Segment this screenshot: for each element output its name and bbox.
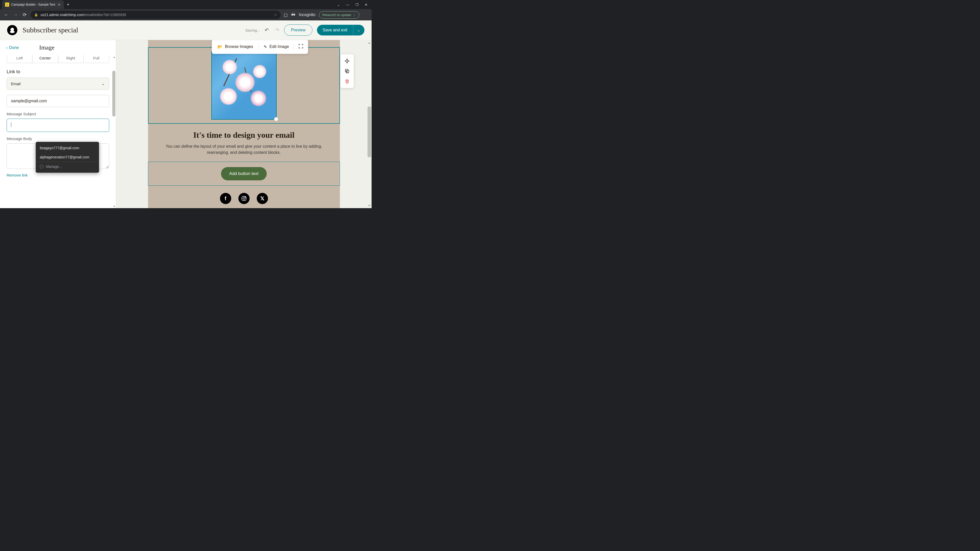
image-container[interactable]	[211, 51, 277, 120]
canvas-area: ▴ 📂 Browse Images ✎ Edit Image	[116, 40, 372, 208]
more-icon: ⋮	[353, 13, 356, 17]
saving-status: Saving...	[245, 28, 260, 32]
cherry-blossom-image	[212, 52, 276, 119]
autocomplete-item[interactable]: bsagayo777@gmail.com	[36, 143, 99, 152]
scroll-up-icon[interactable]: ▴	[114, 56, 115, 59]
url-host: us21.admin.mailchimp.com	[41, 13, 84, 17]
svg-rect-2	[346, 70, 348, 73]
sidebar-title: Image	[39, 44, 55, 51]
app-header: Subbscriber special Saving... ↶ ↷ Previe…	[0, 21, 372, 40]
mailchimp-logo[interactable]	[7, 25, 18, 35]
relaunch-button[interactable]: Relaunch to update ⋮	[319, 11, 360, 19]
svg-point-1	[10, 30, 15, 33]
chevron-left-icon: ‹	[6, 45, 7, 50]
incognito-icon[interactable]: 🕶	[291, 13, 295, 17]
address-bar: ← → ⟳ 🔒 us21.admin.mailchimp.com/email/e…	[0, 9, 372, 21]
facebook-icon[interactable]: f	[220, 193, 231, 204]
forward-button[interactable]: →	[12, 12, 18, 17]
fullscreen-button[interactable]	[295, 41, 307, 52]
alignment-tabs: Left Center Right Full	[6, 55, 109, 63]
delete-block-button[interactable]	[342, 77, 352, 86]
url-bar[interactable]: 🔒 us21.admin.mailchimp.com/email/editor?…	[30, 11, 281, 19]
folder-icon: 📂	[218, 44, 223, 49]
tab-search-icon[interactable]: ⌄	[337, 3, 340, 6]
resize-handle[interactable]	[274, 117, 278, 121]
new-tab-button[interactable]: +	[67, 2, 70, 7]
minimize-button[interactable]: —	[346, 3, 349, 6]
sidebar-scrollbar[interactable]	[112, 71, 115, 117]
bookmark-icon[interactable]: ☆	[274, 13, 277, 17]
save-and-exit-button[interactable]: Save and exit	[317, 25, 353, 35]
duplicate-block-button[interactable]	[342, 67, 352, 76]
social-icons-row: f 𝕏	[148, 193, 340, 204]
redo-button[interactable]: ↷	[275, 27, 280, 33]
align-center-tab[interactable]: Center	[32, 55, 58, 63]
email-heading[interactable]: It's time to design your email	[148, 130, 340, 140]
undo-button[interactable]: ↶	[265, 27, 269, 33]
remove-link-button[interactable]: Remove link	[6, 173, 109, 177]
align-right-tab[interactable]: Right	[58, 55, 84, 63]
url-path: /email/editor?id=12665935	[84, 13, 126, 17]
campaign-name[interactable]: Subbscriber special	[22, 26, 78, 34]
restore-button[interactable]: ❐	[355, 3, 359, 6]
image-toolbar: 📂 Browse Images ✎ Edit Image	[212, 40, 308, 54]
autocomplete-dropdown: bsagayo777@gmail.com alphageneration77@g…	[36, 142, 99, 173]
tab-title: Campaign Builder - Sample Tem	[11, 3, 56, 6]
x-twitter-icon[interactable]: 𝕏	[257, 193, 268, 204]
back-button[interactable]: ←	[3, 12, 9, 17]
message-body-label: Message Body	[6, 137, 109, 141]
lock-icon: 🔒	[34, 13, 38, 17]
email-body-text[interactable]: You can define the layout of your email …	[148, 143, 340, 156]
button-block[interactable]: Add button text	[148, 162, 340, 186]
mailchimp-favicon: 🐵	[5, 3, 9, 6]
canvas-scrollbar[interactable]	[368, 106, 371, 157]
link-type-select[interactable]: Email ⌄	[6, 78, 109, 90]
image-block[interactable]	[148, 47, 340, 124]
divider	[258, 43, 259, 50]
autocomplete-manage[interactable]: Manage...	[36, 162, 99, 171]
chrome-icon	[40, 165, 43, 168]
scroll-down-icon[interactable]: ▾	[114, 205, 115, 208]
browse-images-button[interactable]: 📂 Browse Images	[213, 42, 257, 52]
autocomplete-item[interactable]: alphageneration77@gmail.com	[36, 152, 99, 162]
close-window-button[interactable]: ✕	[365, 3, 368, 6]
move-block-button[interactable]	[342, 56, 352, 65]
email-canvas: 📂 Browse Images ✎ Edit Image	[148, 40, 340, 208]
edit-icon: ✎	[264, 44, 267, 49]
canvas-scroll-down-icon[interactable]: ▾	[369, 204, 370, 207]
align-full-tab[interactable]: Full	[84, 55, 109, 63]
canvas-scroll-up-icon[interactable]: ▴	[369, 41, 370, 44]
preview-button[interactable]: Preview	[284, 24, 312, 36]
svg-point-4	[243, 197, 245, 199]
save-dropdown-button[interactable]: ⌄	[353, 25, 364, 35]
message-subject-label: Message Subject	[6, 112, 109, 116]
email-address-input[interactable]: sample@gmail.com	[6, 95, 109, 107]
window-controls: ⌄ — ❐ ✕	[337, 3, 372, 6]
reload-button[interactable]: ⟳	[21, 12, 27, 17]
side-panel-icon[interactable]: ▢	[284, 13, 288, 17]
incognito-label: Incognito	[299, 13, 315, 17]
instagram-icon[interactable]	[239, 193, 250, 204]
svg-point-5	[245, 197, 245, 197]
properties-sidebar: ‹ Done Image ▴ Left Center Right Full Li…	[0, 40, 116, 208]
tab-bar: 🐵 Campaign Builder - Sample Tem ✕ + ⌄ — …	[0, 0, 372, 9]
message-subject-input[interactable]	[6, 119, 109, 132]
email-cta-button[interactable]: Add button text	[221, 167, 266, 180]
chevron-down-icon: ⌄	[102, 81, 105, 86]
browser-tab[interactable]: 🐵 Campaign Builder - Sample Tem ✕	[2, 0, 64, 9]
block-toolbar	[340, 54, 354, 88]
edit-image-button[interactable]: ✎ Edit Image	[259, 42, 293, 52]
tab-close-icon[interactable]: ✕	[57, 2, 61, 7]
done-button[interactable]: ‹ Done	[6, 45, 19, 50]
link-to-label: Link to	[6, 69, 109, 75]
align-left-tab[interactable]: Left	[7, 55, 32, 63]
